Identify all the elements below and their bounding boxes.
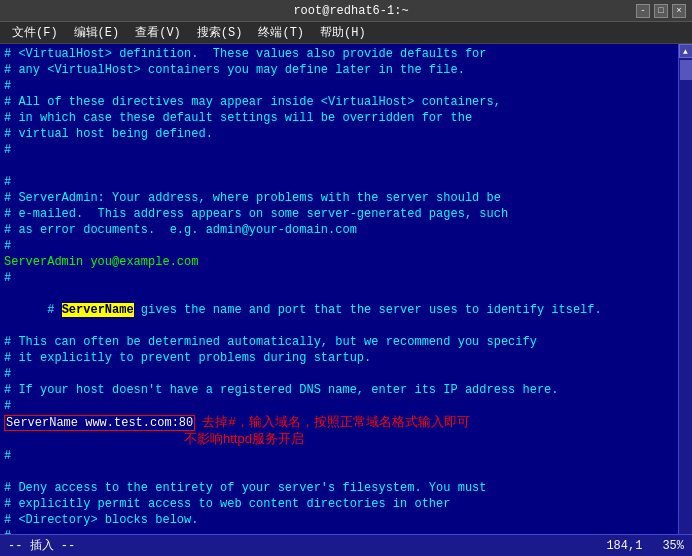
line-15: # [4, 270, 674, 286]
servername-line-container: ServerName www.test.com:80 去掉#，输入域名，按照正常… [4, 414, 674, 431]
titlebar-controls[interactable]: - □ × [636, 4, 686, 18]
line-3: # [4, 78, 674, 94]
line-27: # <Directory> blocks below. [4, 512, 674, 528]
annotation-line2-container: 不影响httpd服务开启 [4, 431, 674, 448]
scrollbar-thumb[interactable] [680, 60, 692, 80]
line-19: # [4, 366, 674, 382]
close-button[interactable]: × [672, 4, 686, 18]
line-1: # <VirtualHost> definition. These values… [4, 46, 674, 62]
menu-edit[interactable]: 编辑(E) [66, 22, 128, 43]
titlebar-title: root@redhat6-1:~ [66, 4, 636, 18]
menu-terminal[interactable]: 终端(T) [250, 22, 312, 43]
menu-help[interactable]: 帮助(H) [312, 22, 374, 43]
line-20: # If your host doesn't have a registered… [4, 382, 674, 398]
line-18: # it explicitly to prevent problems duri… [4, 350, 674, 366]
line-7: # [4, 142, 674, 158]
menu-search[interactable]: 搜索(S) [189, 22, 251, 43]
line-12: # as error documents. e.g. admin@your-do… [4, 222, 674, 238]
line-16: # ServerName gives the name and port tha… [4, 286, 674, 334]
scrollbar-up-button[interactable]: ▲ [679, 44, 693, 58]
line-17: # This can often be determined automatic… [4, 334, 674, 350]
line-5: # in which case these default settings w… [4, 110, 674, 126]
line-2: # any <VirtualHost> containers you may d… [4, 62, 674, 78]
scroll-percent: 35% [662, 539, 684, 553]
editor[interactable]: # <VirtualHost> definition. These values… [0, 44, 692, 534]
line-21: # [4, 398, 674, 414]
cursor-position: 184,1 [606, 539, 642, 553]
scrollbar[interactable]: ▲ [678, 44, 692, 534]
line-25: # Deny access to the entirety of your se… [4, 480, 674, 496]
line-9: # [4, 174, 674, 190]
editor-mode: -- 插入 -- [8, 537, 75, 554]
annotation-text-1: 去掉#，输入域名，按照正常域名格式输入即可 [202, 414, 469, 429]
minimize-button[interactable]: - [636, 4, 650, 18]
line-14: ServerAdmin you@example.com [4, 254, 674, 270]
line-11: # e-mailed. This address appears on some… [4, 206, 674, 222]
servername-value: ServerName www.test.com:80 [4, 415, 195, 431]
maximize-button[interactable]: □ [654, 4, 668, 18]
line-10: # ServerAdmin: Your address, where probl… [4, 190, 674, 206]
statusbar: -- 插入 -- 184,1 35% [0, 534, 692, 556]
annotation-text-2: 不影响httpd服务开启 [184, 431, 304, 446]
menu-view[interactable]: 查看(V) [127, 22, 189, 43]
line-23: # [4, 448, 674, 464]
menubar: 文件(F) 编辑(E) 查看(V) 搜索(S) 终端(T) 帮助(H) [0, 22, 692, 44]
line-6: # virtual host being defined. [4, 126, 674, 142]
line-4: # All of these directives may appear ins… [4, 94, 674, 110]
titlebar: root@redhat6-1:~ - □ × [0, 0, 692, 22]
line-8 [4, 158, 674, 174]
servername-highlight: ServerName [62, 303, 134, 317]
line-24 [4, 464, 674, 480]
line-26: # explicitly permit access to web conten… [4, 496, 674, 512]
editor-content: # <VirtualHost> definition. These values… [0, 44, 678, 534]
menu-file[interactable]: 文件(F) [4, 22, 66, 43]
line-13: # [4, 238, 674, 254]
line-28: # [4, 528, 674, 534]
